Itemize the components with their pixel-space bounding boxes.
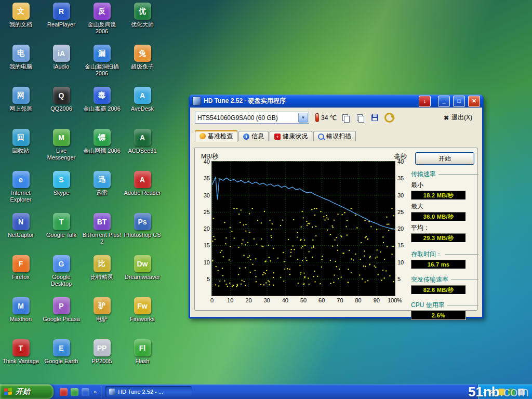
results-panel: 开始 传输速率 最小 18.2 MB/秒 最大 36.0 MB/秒 平均： 29…	[411, 152, 478, 308]
close-button[interactable]: ✕	[468, 96, 480, 107]
desktop-icon-dreamweaver[interactable]: Dw Dreamweaver	[123, 255, 162, 297]
desktop-icon-emule[interactable]: 驴 电驴	[82, 297, 122, 339]
minimize-button[interactable]: _	[438, 96, 450, 107]
desktop-icon-my-computer[interactable]: 电 我的电脑	[1, 45, 41, 87]
quick-launch-chevron-icon[interactable]: »	[92, 389, 97, 395]
desktop-icon-label: 比特精灵	[90, 274, 113, 281]
quick-launch-icon-2[interactable]	[71, 388, 78, 396]
desktop-icon-think-vantage[interactable]: T Think Vantage	[1, 339, 41, 381]
quick-launch-icon-3[interactable]	[82, 388, 89, 396]
desktop-icon-google-desktop[interactable]: G Google Desktop	[42, 255, 81, 297]
desktop-icon-label: iAudio	[54, 63, 70, 70]
desktop-icon-google-talk[interactable]: T Google Talk	[42, 213, 81, 255]
desktop-icon-bitspirit[interactable]: 比 比特精灵	[82, 255, 122, 297]
desktop-icon-my-documents[interactable]: 文 我的文档	[1, 3, 41, 45]
exit-button[interactable]: ✖ 退出(X)	[438, 112, 477, 123]
desktop-icon-photoshop-cs[interactable]: Ps Photoshop CS	[123, 213, 162, 255]
desktop-icon-kingsoft-duba[interactable]: 毒 金山毒霸 2006	[82, 87, 122, 129]
quick-launch-icon-1[interactable]	[60, 388, 68, 396]
desktop-icon-google-picasa[interactable]: P Google Picasa	[42, 297, 81, 339]
info-tab-icon: i	[243, 134, 249, 140]
start-button[interactable]: 开始	[0, 384, 54, 399]
transfer-rate-group-title: 传输速率	[411, 170, 478, 179]
avg-value: 29.3 MB/秒	[411, 233, 466, 243]
start-benchmark-button[interactable]: 开始	[415, 152, 474, 165]
y-axis-left-ticks: 403530252015105	[198, 161, 211, 296]
drive-select-dropdown[interactable]: HTS541060G9SA00 (60 GB) ▼	[195, 112, 309, 124]
health-tab-icon: +	[274, 134, 281, 140]
desktop-icon-recycle-bin[interactable]: 回 回收站	[1, 129, 41, 171]
desktop-icon-kingsoft-antispy[interactable]: 反 金山反间谍 2006	[82, 3, 122, 45]
desktop-icon-flash[interactable]: Fl Flash	[123, 339, 162, 381]
desktop-icon-network-places[interactable]: 网 网上邻居	[1, 87, 41, 129]
desktop-icon-google-earth[interactable]: E Google Earth	[42, 339, 81, 381]
copy-image-button[interactable]	[354, 112, 366, 123]
temperature-value: 34 ℃	[321, 114, 337, 122]
desktop-icon-label: 金山漏洞扫描 2006	[82, 63, 122, 76]
realplayer-icon: R	[53, 3, 70, 20]
maximize-button[interactable]: □	[453, 96, 465, 107]
copy-text-button[interactable]	[340, 112, 351, 123]
desktop-icon-kingsoft-netguard[interactable]: 镖 金山网镖 2006	[82, 129, 122, 171]
desktop-icon-xunlei[interactable]: 迅 迅雷	[82, 171, 122, 213]
desktop-icon-iaudio[interactable]: iA iAudio	[42, 45, 81, 87]
desktop-icon-firefox[interactable]: F Firefox	[1, 255, 41, 297]
desktop-icon-pp2005[interactable]: PP PP2005	[82, 339, 122, 381]
desktop-icon-label: 超级兔子	[131, 63, 154, 70]
desktop-icon-fireworks[interactable]: Fw Fireworks	[123, 297, 162, 339]
desktop-icon-realplayer[interactable]: R RealPlayer	[42, 3, 81, 45]
live-messenger-icon: M	[53, 129, 70, 146]
hdtune-window: HD Tune 2.52 - 硬盘实用程序 ↓ _ □ ✕ HTS541060G…	[189, 95, 484, 318]
kingsoft-antispy-icon: 反	[94, 3, 111, 20]
desktop-icon-qq2006[interactable]: Q QQ2006	[42, 87, 81, 129]
kingsoft-scan-icon: 漏	[94, 45, 111, 62]
flash-icon: Fl	[134, 339, 151, 356]
copy-text-icon	[342, 114, 349, 122]
desktop-icon-label: PP2005	[91, 358, 112, 365]
cpu-usage-value: 2.6%	[411, 311, 466, 320]
desktop-icon-maxthon[interactable]: M Maxthon	[1, 297, 41, 339]
scan-tab-icon	[318, 134, 324, 140]
desktop-icon-avedesk[interactable]: A AveDesk	[123, 87, 162, 129]
desktop-icon-label: 迅雷	[96, 190, 108, 196]
tab-bar: 基准检查 i 信息 + 健康状况 错误扫描	[195, 129, 477, 141]
desktop-icon-live-messenger[interactable]: M Live Messenger	[42, 129, 81, 171]
desktop-icon-label: Internet Explorer	[1, 190, 41, 203]
tab-health[interactable]: + 健康状况	[270, 131, 312, 141]
toolbar: HTS541060G9SA00 (60 GB) ▼ 34 ℃ ✖ 退出(X)	[195, 112, 477, 124]
kingsoft-duba-icon: 毒	[94, 87, 111, 104]
tab-info[interactable]: i 信息	[238, 131, 269, 141]
min-label: 最小	[411, 181, 478, 190]
desktop-icon-internet-explorer[interactable]: e Internet Explorer	[1, 171, 41, 213]
chevron-down-icon[interactable]: ▼	[298, 113, 308, 123]
exit-x-icon: ✖	[444, 114, 449, 122]
desktop-icon-adobe-reader[interactable]: A Adobe Reader	[123, 171, 162, 213]
desktop-icon-youhua-dashi[interactable]: 优 优化大师	[123, 3, 162, 45]
avedesk-icon: A	[134, 87, 151, 104]
save-screenshot-button[interactable]	[369, 112, 380, 123]
desktop-icon-super-rabbit[interactable]: 兔 超级兔子	[123, 45, 162, 87]
desktop-icon-bittorrent-plus[interactable]: BT BitTorrent Plus! 2	[82, 213, 122, 255]
options-button[interactable]	[383, 112, 395, 123]
desktop-icon-skype[interactable]: S Skype	[42, 171, 81, 213]
tab-scan[interactable]: 错误扫描	[313, 131, 356, 141]
pp2005-icon: PP	[94, 339, 111, 356]
desktop-icon-label: Live Messenger	[42, 148, 81, 161]
copy-image-icon	[357, 114, 363, 122]
tab-benchmark[interactable]: 基准检查	[195, 130, 237, 142]
hdtune-task-icon	[109, 389, 115, 395]
taskbar-task-hdtune[interactable]: HD Tune 2.52 - ...	[105, 386, 192, 397]
desktop-icon-acdsee31[interactable]: A ACDSee31	[123, 129, 162, 171]
desktop-icon-netcaptor[interactable]: N NetCaptor	[1, 213, 41, 255]
screen: 文 我的文档 R RealPlayer 反 金山反间谍 2006 优 优化大师 …	[0, 0, 532, 399]
update-button[interactable]: ↓	[419, 96, 431, 107]
window-title: HD Tune 2.52 - 硬盘实用程序	[204, 97, 416, 105]
thermometer-icon	[315, 113, 319, 122]
window-titlebar[interactable]: HD Tune 2.52 - 硬盘实用程序 ↓ _ □ ✕	[190, 95, 483, 108]
chart-plot-area	[211, 161, 395, 296]
photoshop-cs-icon: Ps	[134, 213, 151, 230]
temperature-display: 34 ℃	[315, 113, 337, 122]
kingsoft-netguard-icon: 镖	[94, 129, 111, 146]
desktop-icon-label: QQ2006	[50, 105, 72, 112]
desktop-icon-kingsoft-scan[interactable]: 漏 金山漏洞扫描 2006	[82, 45, 122, 87]
